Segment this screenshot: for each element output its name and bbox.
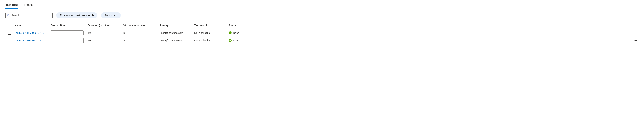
search-input-wrapper[interactable] <box>6 13 53 18</box>
header-status-label: Status <box>229 24 236 27</box>
cell-virtual-users: 3 <box>122 39 159 42</box>
svg-point-7 <box>636 40 637 41</box>
status-text: Done <box>233 39 239 42</box>
success-icon <box>229 31 232 34</box>
header-run-by[interactable]: Run by <box>159 24 193 27</box>
header-status[interactable]: Status <box>228 24 255 27</box>
success-icon <box>229 39 232 42</box>
filter-time-range[interactable]: Time range : Last one month <box>56 12 97 18</box>
description-input[interactable] <box>51 38 84 43</box>
test-run-link[interactable]: TestRun_11/8/2023_7:5… <box>14 39 44 42</box>
tabs-bar: Test runs Trends <box>6 2 638 9</box>
table-row: TestRun_11/8/2023_7:5… 10 3 user1@contos… <box>6 37 638 44</box>
cell-run-by: user1@contoso.com <box>159 31 193 34</box>
cell-duration: 10 <box>86 31 122 34</box>
filter-status-value: All <box>114 14 117 17</box>
row-checkbox[interactable] <box>8 31 11 35</box>
more-actions-button[interactable] <box>634 38 638 43</box>
cell-duration: 10 <box>86 39 122 42</box>
header-description-label: Description <box>51 24 65 27</box>
header-test-result-label: Test result <box>194 24 207 27</box>
filter-time-range-value: Last one month <box>75 14 94 17</box>
header-virtual-users-label: Virtual users (aver… <box>124 24 148 27</box>
header-run-by-label: Run by <box>160 24 168 27</box>
test-runs-table: Name Description Duration (in minut… Vir… <box>6 21 638 44</box>
svg-point-3 <box>636 33 636 33</box>
filter-status-label: Status : <box>104 14 114 17</box>
sort-icon[interactable] <box>258 24 261 27</box>
cell-run-by: user1@contoso.com <box>159 39 193 42</box>
search-icon <box>7 14 10 17</box>
table-row: TestRun_11/8/2023_9:1… 10 3 user1@contos… <box>6 29 638 37</box>
search-input[interactable] <box>11 14 52 17</box>
status-badge: Done <box>229 31 239 34</box>
row-checkbox[interactable] <box>8 39 11 42</box>
svg-point-2 <box>634 33 635 33</box>
filter-row: Time range : Last one month Status : All <box>6 12 638 18</box>
tab-trends[interactable]: Trends <box>24 2 33 9</box>
header-test-result[interactable]: Test result <box>193 24 228 27</box>
cell-test-result: Not Applicable <box>193 31 228 34</box>
ellipsis-icon <box>634 31 637 34</box>
header-name-label: Name <box>14 24 22 27</box>
description-input[interactable] <box>51 30 84 35</box>
cell-test-result: Not Applicable <box>193 39 228 42</box>
svg-point-5 <box>634 40 635 41</box>
svg-point-6 <box>636 40 636 41</box>
cell-virtual-users: 3 <box>122 31 159 34</box>
svg-line-1 <box>9 16 10 17</box>
header-duration[interactable]: Duration (in minut… <box>86 24 122 27</box>
svg-point-0 <box>8 14 9 16</box>
header-description[interactable]: Description <box>50 24 86 27</box>
header-sort-col[interactable] <box>255 24 264 27</box>
header-name[interactable]: Name <box>14 24 50 27</box>
header-virtual-users[interactable]: Virtual users (aver… <box>122 24 159 27</box>
test-run-link[interactable]: TestRun_11/8/2023_9:1… <box>14 31 44 34</box>
ellipsis-icon <box>634 39 637 42</box>
filter-time-range-label: Time range : <box>60 14 75 17</box>
status-badge: Done <box>229 39 239 42</box>
status-text: Done <box>233 31 239 34</box>
svg-point-4 <box>636 33 637 33</box>
header-duration-label: Duration (in minut… <box>88 24 112 27</box>
filter-status[interactable]: Status : All <box>101 12 121 18</box>
tab-test-runs[interactable]: Test runs <box>6 2 18 9</box>
table-header: Name Description Duration (in minut… Vir… <box>6 21 638 29</box>
more-actions-button[interactable] <box>634 31 638 35</box>
sort-icon[interactable] <box>45 24 48 27</box>
